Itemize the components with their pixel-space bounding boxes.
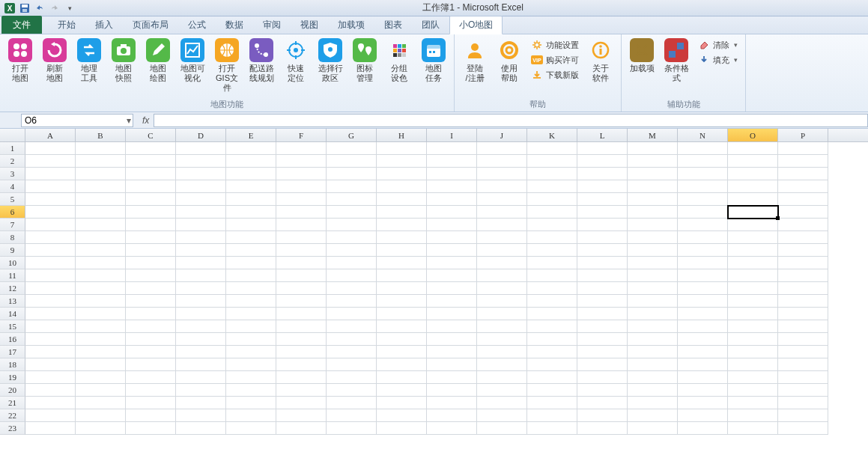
cell[interactable]	[678, 295, 728, 308]
cell[interactable]	[778, 142, 828, 155]
cell[interactable]	[628, 409, 678, 422]
tab-图表[interactable]: 图表	[374, 16, 412, 34]
cell[interactable]	[778, 155, 828, 168]
chevron-down-icon[interactable]: ▾	[127, 115, 131, 126]
cell[interactable]	[728, 422, 778, 435]
row-header-22[interactable]: 22	[0, 409, 25, 422]
cell[interactable]	[527, 180, 577, 193]
cell[interactable]	[778, 409, 828, 422]
cell[interactable]	[377, 168, 427, 180]
cell[interactable]	[176, 206, 226, 219]
cell[interactable]	[276, 346, 327, 358]
route-button[interactable]: 配送路 线规划	[246, 37, 277, 85]
cell[interactable]	[126, 282, 176, 295]
geo-tool-button[interactable]: 地理 工具	[73, 37, 105, 85]
cell[interactable]	[377, 282, 427, 295]
cell[interactable]	[226, 206, 276, 219]
cell[interactable]	[577, 231, 628, 244]
col-header-A[interactable]: A	[25, 129, 76, 141]
cell[interactable]	[477, 397, 527, 409]
cell[interactable]	[126, 193, 176, 206]
cell[interactable]	[276, 168, 327, 180]
row-header-11[interactable]: 11	[0, 269, 25, 282]
buy-button[interactable]: VIP购买许可	[528, 53, 582, 67]
cell[interactable]	[176, 308, 226, 320]
cell[interactable]	[176, 282, 226, 295]
cell[interactable]	[25, 346, 76, 358]
open-map-button[interactable]: 打开 地图	[4, 37, 36, 85]
cell[interactable]	[477, 371, 527, 384]
col-header-G[interactable]: G	[327, 129, 377, 141]
cell[interactable]	[628, 257, 678, 269]
row-header-8[interactable]: 8	[0, 231, 25, 244]
col-header-H[interactable]: H	[377, 129, 427, 141]
cell[interactable]	[477, 168, 527, 180]
cell[interactable]	[628, 180, 678, 193]
cell[interactable]	[577, 409, 628, 422]
cell[interactable]	[327, 231, 377, 244]
cell[interactable]	[628, 193, 678, 206]
cell[interactable]	[76, 193, 126, 206]
cell[interactable]	[226, 397, 276, 409]
cell[interactable]	[25, 219, 76, 231]
login-button[interactable]: 登陆 /注册	[459, 37, 491, 85]
cell[interactable]	[628, 269, 678, 282]
cell[interactable]	[276, 231, 327, 244]
cell[interactable]	[427, 257, 477, 269]
cell[interactable]	[226, 333, 276, 346]
cell[interactable]	[477, 193, 527, 206]
cell[interactable]	[76, 244, 126, 257]
cell[interactable]	[728, 180, 778, 193]
cell[interactable]	[628, 219, 678, 231]
cell[interactable]	[126, 346, 176, 358]
cell[interactable]	[778, 346, 828, 358]
cell[interactable]	[577, 142, 628, 155]
cell[interactable]	[728, 219, 778, 231]
cell[interactable]	[628, 346, 678, 358]
cell[interactable]	[377, 206, 427, 219]
cell[interactable]	[628, 371, 678, 384]
cell[interactable]	[327, 155, 377, 168]
cell[interactable]	[226, 219, 276, 231]
cell[interactable]	[276, 155, 327, 168]
cell[interactable]	[477, 269, 527, 282]
cell[interactable]	[427, 358, 477, 371]
cell[interactable]	[577, 371, 628, 384]
cell[interactable]	[76, 168, 126, 180]
cell[interactable]	[377, 422, 427, 435]
cell[interactable]	[628, 333, 678, 346]
cell[interactable]	[377, 346, 427, 358]
cell[interactable]	[678, 358, 728, 371]
cell[interactable]	[126, 320, 176, 333]
cell[interactable]	[778, 257, 828, 269]
col-header-L[interactable]: L	[577, 129, 628, 141]
cell[interactable]	[327, 269, 377, 282]
cell[interactable]	[126, 384, 176, 397]
cell[interactable]	[76, 384, 126, 397]
col-header-J[interactable]: J	[477, 129, 527, 141]
cell[interactable]	[778, 320, 828, 333]
cell[interactable]	[126, 397, 176, 409]
cell[interactable]	[176, 409, 226, 422]
cell[interactable]	[577, 193, 628, 206]
cell[interactable]	[377, 219, 427, 231]
cell[interactable]	[377, 257, 427, 269]
map-task-button[interactable]: 地图 任务	[418, 37, 449, 85]
open-gis-button[interactable]: 打开 GIS文件	[211, 37, 243, 94]
cell[interactable]	[276, 142, 327, 155]
cell[interactable]	[327, 333, 377, 346]
cell[interactable]	[728, 193, 778, 206]
cell[interactable]	[176, 397, 226, 409]
cell[interactable]	[427, 269, 477, 282]
cell[interactable]	[778, 384, 828, 397]
cell[interactable]	[25, 193, 76, 206]
cell[interactable]	[527, 371, 577, 384]
cell[interactable]	[226, 308, 276, 320]
cell[interactable]	[778, 397, 828, 409]
cell[interactable]	[477, 257, 527, 269]
cell[interactable]	[176, 193, 226, 206]
cell[interactable]	[176, 358, 226, 371]
cell[interactable]	[176, 155, 226, 168]
cell[interactable]	[226, 244, 276, 257]
cell[interactable]	[327, 206, 377, 219]
